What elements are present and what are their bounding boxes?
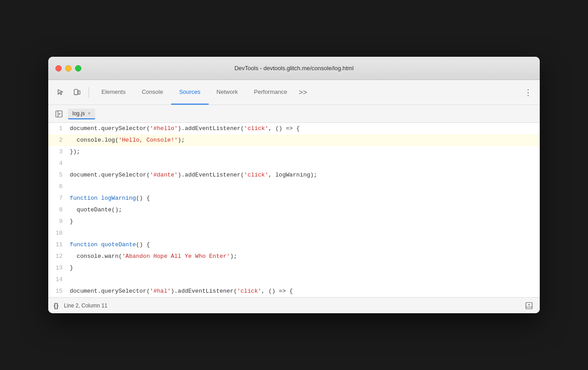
code-content-11: function quoteDante() {	[70, 239, 540, 251]
toolbar: Elements Console Sources Network Perform…	[48, 80, 540, 105]
code-line-1: 1 document.querySelector('#hello').addEv…	[48, 123, 540, 135]
drawer-toggle-icon[interactable]	[524, 300, 534, 311]
traffic-lights	[55, 65, 81, 71]
code-line-9: 9 }	[48, 216, 540, 227]
code-line-8: 8 quoteDante();	[48, 204, 540, 216]
tab-sources[interactable]: Sources	[171, 80, 209, 105]
code-line-14: 14	[48, 274, 540, 286]
maximize-button[interactable]	[75, 65, 81, 71]
line-number-15: 15	[48, 286, 70, 297]
code-content-8: quoteDante();	[70, 204, 540, 216]
file-close-button[interactable]: ×	[88, 111, 91, 116]
line-number-1: 1	[48, 123, 70, 135]
line-number-7: 7	[48, 193, 70, 204]
code-content-2: console.log('Hello, Console!');	[70, 135, 540, 146]
code-content-15: document.querySelector('#hal').addEventL…	[70, 286, 540, 297]
code-content-12: console.warn('Abandon Hope All Ye Who En…	[70, 251, 540, 262]
line-number-14: 14	[48, 274, 70, 286]
code-content-1: document.querySelector('#hello').addEven…	[70, 123, 540, 135]
tabs-container: Elements Console Sources Network Perform…	[93, 80, 311, 105]
line-number-4: 4	[48, 158, 70, 169]
minimize-button[interactable]	[65, 65, 71, 71]
code-content-13: }	[70, 262, 540, 274]
code-editor[interactable]: 1 document.querySelector('#hello').addEv…	[48, 123, 540, 297]
more-tabs-button[interactable]: >>	[295, 80, 311, 105]
code-line-6: 6	[48, 181, 540, 193]
menu-button[interactable]: ⋮	[522, 86, 534, 99]
svg-rect-1	[78, 91, 80, 94]
line-number-6: 6	[48, 181, 70, 193]
window-title: DevTools - devtools.glitch.me/console/lo…	[235, 65, 354, 71]
code-line-11: 11 function quoteDante() {	[48, 239, 540, 251]
format-button[interactable]: {}	[54, 302, 59, 309]
status-end	[524, 300, 534, 311]
cursor-position: Line 2, Column 11	[64, 303, 107, 309]
svg-rect-0	[74, 89, 78, 95]
line-number-3: 3	[48, 146, 70, 158]
tab-elements[interactable]: Elements	[93, 80, 134, 105]
code-content-4	[70, 158, 540, 169]
code-content-7: function logWarning() {	[70, 193, 540, 204]
code-content-6	[70, 181, 540, 193]
file-tab-logjs[interactable]: log.js ×	[68, 109, 95, 119]
code-content-9: }	[70, 216, 540, 227]
toolbar-divider	[88, 87, 89, 98]
code-content-10	[70, 227, 540, 239]
svg-marker-8	[528, 304, 530, 305]
line-number-8: 8	[48, 204, 70, 216]
line-number-11: 11	[48, 239, 70, 251]
svg-rect-6	[526, 303, 532, 309]
line-number-12: 12	[48, 251, 70, 262]
toolbar-end: ⋮	[522, 86, 534, 99]
code-line-15: 15 document.querySelector('#hal').addEve…	[48, 286, 540, 297]
code-content-14	[70, 274, 540, 286]
code-line-7: 7 function logWarning() {	[48, 193, 540, 204]
code-content-5: document.querySelector('#dante').addEven…	[70, 169, 540, 181]
code-line-10: 10	[48, 227, 540, 239]
inspect-icon[interactable]	[54, 85, 68, 100]
line-number-9: 9	[48, 216, 70, 227]
line-number-13: 13	[48, 262, 70, 274]
code-line-13: 13 }	[48, 262, 540, 274]
tab-performance[interactable]: Performance	[246, 80, 295, 105]
code-line-2: 2 console.log('Hello, Console!');	[48, 135, 540, 146]
svg-rect-3	[56, 111, 62, 117]
device-icon[interactable]	[70, 85, 84, 100]
panel-toggle-icon[interactable]	[54, 109, 64, 119]
code-line-4: 4	[48, 158, 540, 169]
code-line-12: 12 console.warn('Abandon Hope All Ye Who…	[48, 251, 540, 262]
close-button[interactable]	[55, 65, 62, 71]
status-bar: {} Line 2, Column 11	[48, 297, 540, 313]
devtools-window: DevTools - devtools.glitch.me/console/lo…	[48, 57, 540, 313]
line-number-2: 2	[48, 135, 70, 146]
svg-marker-5	[59, 113, 61, 115]
code-content-3: });	[70, 146, 540, 158]
title-bar: DevTools - devtools.glitch.me/console/lo…	[48, 57, 540, 80]
code-line-3: 3 });	[48, 146, 540, 158]
file-name: log.js	[72, 110, 85, 117]
line-number-5: 5	[48, 169, 70, 181]
tab-network[interactable]: Network	[209, 80, 246, 105]
code-line-5: 5 document.querySelector('#dante').addEv…	[48, 169, 540, 181]
line-number-10: 10	[48, 227, 70, 239]
file-bar: log.js ×	[48, 105, 540, 123]
tab-console[interactable]: Console	[134, 80, 171, 105]
